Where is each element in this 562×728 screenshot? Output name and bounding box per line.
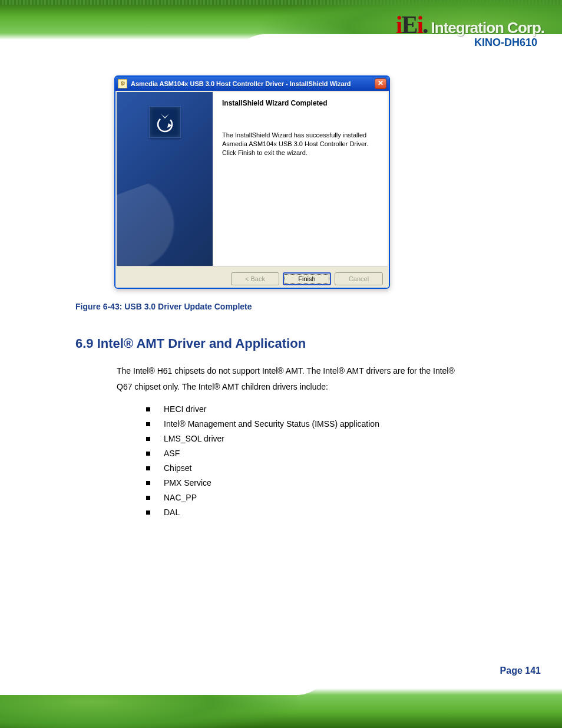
list-item: Intel® Management and Security Status (I… — [146, 419, 379, 429]
dialog-content: InstallShield Wizard Completed The Insta… — [213, 92, 388, 266]
installer-icon: ⚙ — [118, 79, 127, 88]
section-heading: 6.9 Intel® AMT Driver and Application — [75, 336, 306, 351]
section-number: 6.9 — [75, 336, 94, 351]
list-item: NAC_PP — [146, 493, 379, 502]
dialog-body: InstallShield Wizard Completed The Insta… — [117, 92, 388, 266]
list-item: DAL — [146, 508, 379, 517]
finish-button[interactable]: Finish — [283, 272, 331, 285]
footer-swoosh-graphic — [0, 662, 306, 728]
window-title: Asmedia ASM104x USB 3.0 Host Controller … — [131, 80, 371, 87]
logo-text: Integration Corp. — [431, 19, 544, 37]
dialog-heading: InstallShield Wizard Completed — [222, 99, 378, 107]
list-item: Chipset — [146, 463, 379, 473]
titlebar: ⚙ Asmedia ASM104x USB 3.0 Host Controlle… — [115, 77, 389, 91]
page-number: Page 141 — [500, 666, 541, 676]
brand-logo: iEi. Integration Corp. — [396, 11, 544, 39]
cancel-button[interactable]: Cancel — [335, 272, 383, 285]
footer-banner — [0, 662, 562, 728]
header-banner: iEi. Integration Corp. KINO-DH610 — [0, 0, 562, 66]
dialog-message: The InstallShield Wizard has successfull… — [222, 131, 378, 157]
logo-iei-icon: iEi. — [396, 11, 428, 39]
driver-list: HECI driver Intel® Management and Securi… — [146, 404, 379, 522]
dialog-footer: < Back Finish Cancel — [115, 268, 389, 289]
back-button[interactable]: < Back — [231, 272, 279, 285]
section-intro: The Intel® H61 chipsets do not support I… — [117, 363, 470, 394]
product-name: KINO-DH610 — [474, 37, 537, 49]
close-icon[interactable]: ✕ — [375, 78, 386, 89]
list-item: PMX Service — [146, 478, 379, 487]
section-title: Intel® AMT Driver and Application — [97, 336, 306, 351]
install-complete-icon — [149, 106, 181, 138]
list-item: LMS_SOL driver — [146, 434, 379, 443]
list-item: HECI driver — [146, 404, 379, 414]
figure-caption: Figure 6-43: USB 3.0 Driver Update Compl… — [75, 302, 252, 311]
installshield-dialog: ⚙ Asmedia ASM104x USB 3.0 Host Controlle… — [114, 75, 390, 289]
dialog-sidebar-graphic — [117, 92, 213, 266]
list-item: ASF — [146, 449, 379, 458]
